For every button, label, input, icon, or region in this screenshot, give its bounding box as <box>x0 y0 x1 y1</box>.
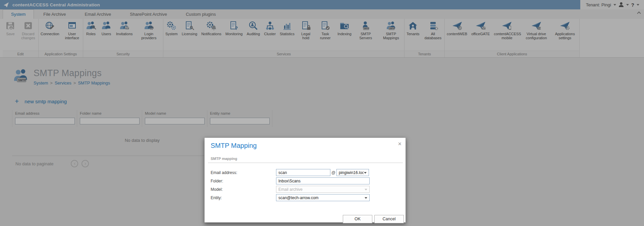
smtp-mapping-dialog: SMTP Mapping × SMTP mapping Email addres… <box>204 137 406 223</box>
dialog-section-label: SMTP mapping <box>211 157 237 161</box>
dialog-section-divider <box>208 163 403 163</box>
email-address-input[interactable] <box>276 169 330 176</box>
entity-select[interactable]: scan@tech-arrow.com <box>276 194 370 201</box>
email-address-label: Email address: <box>211 170 276 175</box>
close-icon[interactable]: × <box>398 140 401 148</box>
model-select: Email archive <box>276 186 370 193</box>
entity-select-value: scan@tech-arrow.com <box>278 195 319 200</box>
domain-select-value: pingiwin16.loc <box>339 170 364 175</box>
model-select-value: Email archive <box>278 187 303 192</box>
folder-input[interactable] <box>276 177 370 184</box>
dialog-title: SMTP Mapping <box>211 142 257 150</box>
chevron-down-icon <box>365 197 367 199</box>
cancel-button[interactable]: Cancel <box>374 215 404 223</box>
ok-button[interactable]: OK <box>343 215 372 223</box>
entity-label: Entity: <box>211 195 276 200</box>
chevron-down-icon <box>365 189 367 190</box>
model-label: Model: <box>211 187 276 192</box>
domain-select[interactable]: pingiwin16.loc <box>336 169 369 176</box>
chevron-down-icon <box>364 172 367 174</box>
folder-label: Folder: <box>211 179 276 183</box>
at-sign: @ <box>330 170 336 175</box>
